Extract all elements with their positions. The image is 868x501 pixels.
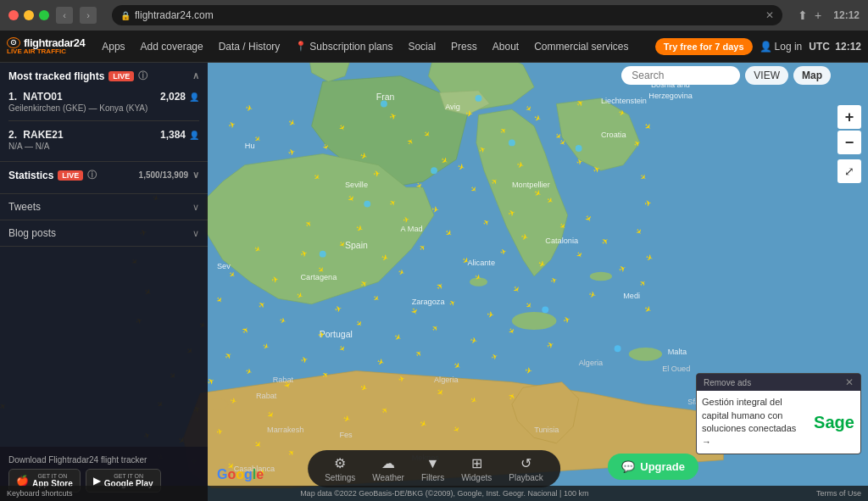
address-bar[interactable]: 🔒 flightradar24.com ✕ bbox=[112, 5, 782, 25]
nav-commercial[interactable]: Commercial services bbox=[527, 37, 635, 56]
settings-label: Settings bbox=[325, 473, 355, 482]
location-icon: 📍 bbox=[295, 41, 307, 52]
browser-chrome: ‹ › 🔒 flightradar24.com ✕ ⬆ + 12:12 bbox=[0, 0, 868, 31]
stats-title-group: Statistics LIVE ⓘ bbox=[8, 169, 97, 181]
svg-text:Fes: Fes bbox=[339, 431, 353, 439]
add-tab-button[interactable]: + bbox=[815, 8, 821, 22]
svg-text:Alicante: Alicante bbox=[467, 259, 495, 267]
sidebar: Most tracked flights LIVE ⓘ ∧ 1. NATO01 … bbox=[0, 63, 208, 501]
svg-text:Seville: Seville bbox=[345, 181, 368, 189]
svg-text:Cartagena: Cartagena bbox=[300, 273, 337, 281]
map-search-input[interactable] bbox=[621, 66, 740, 85]
svg-text:Croatia: Croatia bbox=[601, 131, 626, 139]
svg-text:Portugal: Portugal bbox=[320, 329, 353, 339]
blog-posts-title: Blog posts bbox=[8, 227, 56, 239]
playback-label: Playback bbox=[509, 473, 543, 482]
nav-add-coverage[interactable]: Add coverage bbox=[134, 37, 210, 56]
bottom-toolbar: ⚙ Settings ☁ Weather ▼ Filters ⊞ Widgets… bbox=[308, 450, 560, 487]
pax-icon-1: 👤 bbox=[189, 92, 199, 102]
most-tracked-header[interactable]: Most tracked flights LIVE ⓘ ∧ bbox=[8, 70, 199, 82]
svg-text:Rabat: Rabat bbox=[256, 392, 277, 400]
blog-posts-section[interactable]: Blog posts ∨ bbox=[0, 220, 208, 247]
minimize-traffic-light[interactable] bbox=[24, 10, 34, 20]
settings-icon: ⚙ bbox=[334, 455, 346, 471]
zoom-in-button[interactable]: + bbox=[837, 105, 861, 129]
svg-text:Medi: Medi bbox=[623, 292, 640, 300]
statistics-header[interactable]: Statistics LIVE ⓘ 1,500/13,909 ∨ bbox=[8, 169, 199, 181]
try-free-button[interactable]: Try free for 7 days bbox=[655, 38, 753, 55]
logo[interactable]: ⊙ flightradar24 LIVE AIR TRAFFIC bbox=[7, 37, 85, 55]
utc-time: UTC 12:12 bbox=[809, 41, 861, 53]
clock: 12:12 bbox=[833, 9, 860, 21]
upgrade-label: Upgrade bbox=[640, 460, 685, 473]
back-button[interactable]: ‹ bbox=[56, 7, 73, 24]
close-tab-icon[interactable]: ✕ bbox=[765, 9, 774, 21]
flight-item-1[interactable]: 1. NATO01 2,028 👤 Geilenkirchen (GKE) — … bbox=[8, 87, 199, 116]
svg-point-19 bbox=[364, 201, 370, 208]
svg-text:Algeria: Algeria bbox=[579, 359, 604, 367]
svg-text:Herzegovina: Herzegovina bbox=[648, 92, 693, 100]
app-navbar: ⊙ flightradar24 LIVE AIR TRAFFIC Apps Ad… bbox=[0, 31, 868, 63]
filters-toolbar-item[interactable]: ▼ Filters bbox=[421, 456, 444, 482]
flight-count-1: 2,028 👤 bbox=[160, 91, 199, 103]
tweets-section[interactable]: Tweets ∨ bbox=[0, 194, 208, 220]
nav-social[interactable]: Social bbox=[401, 37, 442, 56]
svg-point-13 bbox=[590, 272, 612, 281]
ad-close-button[interactable]: ✕ bbox=[845, 376, 854, 388]
flight-rank-2: 2. RAKE21 bbox=[8, 129, 64, 141]
settings-toolbar-item[interactable]: ⚙ Settings bbox=[325, 455, 355, 482]
view-button[interactable]: VIEW bbox=[745, 66, 788, 85]
nav-about[interactable]: About bbox=[486, 37, 526, 56]
section-chevron: ∧ bbox=[192, 70, 199, 81]
ad-header: Remove ads ✕ bbox=[697, 374, 860, 391]
nav-data-history[interactable]: Data / History bbox=[212, 37, 287, 56]
widgets-label: Widgets bbox=[461, 473, 492, 482]
login-link[interactable]: 👤 Log in bbox=[760, 41, 803, 53]
map-toggle-button[interactable]: Map bbox=[793, 66, 831, 85]
close-traffic-light[interactable] bbox=[8, 10, 19, 20]
svg-point-18 bbox=[320, 251, 326, 258]
widgets-toolbar-item[interactable]: ⊞ Widgets bbox=[461, 455, 492, 482]
stats-info-icon[interactable]: ⓘ bbox=[87, 169, 97, 181]
svg-point-22 bbox=[542, 306, 548, 313]
svg-text:Sev: Sev bbox=[217, 262, 231, 270]
upgrade-button[interactable]: 💬 Upgrade bbox=[608, 454, 698, 480]
live-badge: LIVE bbox=[108, 71, 134, 81]
svg-point-11 bbox=[629, 348, 662, 361]
svg-text:Catalonia: Catalonia bbox=[545, 237, 579, 245]
get-it-on: GET IT ON bbox=[104, 473, 153, 479]
svg-point-23 bbox=[615, 345, 621, 352]
widgets-icon: ⊞ bbox=[471, 455, 482, 471]
flight-row-2: 2. RAKE21 1,384 👤 bbox=[8, 129, 199, 141]
ad-content: Gestión integral del capital humano con … bbox=[697, 391, 860, 454]
apple-icon: 🍎 bbox=[16, 475, 29, 487]
blog-chevron: ∨ bbox=[192, 228, 199, 239]
nav-press[interactable]: Press bbox=[444, 37, 484, 56]
sage-brand: Sage bbox=[814, 413, 854, 432]
nav-apps[interactable]: Apps bbox=[95, 37, 131, 56]
nav-subscription[interactable]: 📍 Subscription plans bbox=[288, 37, 399, 56]
svg-text:Rabat: Rabat bbox=[273, 376, 294, 384]
download-on: GET IT ON bbox=[32, 473, 73, 479]
terms-link[interactable]: Terms of Use bbox=[816, 489, 861, 498]
fullscreen-button[interactable]: ⤢ bbox=[837, 159, 861, 183]
browser-actions: ⬆ + bbox=[798, 8, 821, 22]
statistics-title: Statistics bbox=[8, 170, 53, 181]
keyboard-shortcuts[interactable]: Keyboard shortcuts bbox=[7, 489, 73, 498]
svg-text:Malta: Malta bbox=[668, 348, 687, 356]
zoom-out-button[interactable]: − bbox=[837, 131, 861, 154]
forward-button[interactable]: › bbox=[80, 7, 97, 24]
svg-point-12 bbox=[470, 277, 487, 287]
ad-logo[interactable]: Sage bbox=[813, 396, 855, 448]
flight-route-1: Geilenkirchen (GKE) — Konya (KYA) bbox=[8, 103, 199, 113]
share-button[interactable]: ⬆ bbox=[798, 8, 808, 22]
google-logo: Google bbox=[217, 467, 264, 482]
playback-toolbar-item[interactable]: ↺ Playback bbox=[509, 455, 543, 482]
user-icon: 👤 bbox=[760, 41, 772, 53]
maximize-traffic-light[interactable] bbox=[39, 10, 49, 20]
upgrade-icon: 💬 bbox=[621, 460, 635, 473]
weather-toolbar-item[interactable]: ☁ Weather bbox=[372, 455, 404, 482]
flight-item-2[interactable]: 2. RAKE21 1,384 👤 N/A — N/A bbox=[8, 125, 199, 154]
info-icon[interactable]: ⓘ bbox=[138, 70, 147, 82]
download-text: Download Flightradar24 flight tracker bbox=[8, 455, 199, 465]
